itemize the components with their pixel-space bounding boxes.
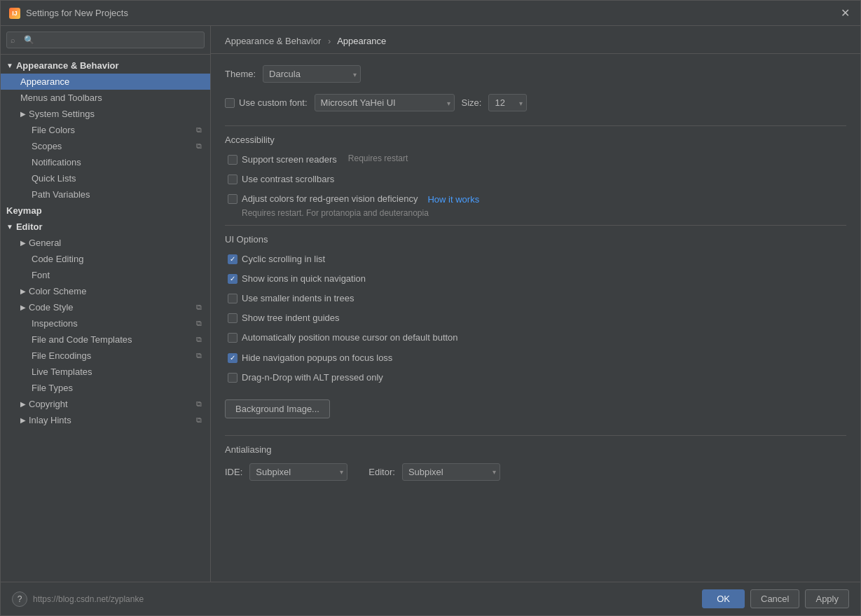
general-expand: ▶ — [20, 239, 26, 247]
how-it-works-link[interactable]: How it works — [427, 194, 479, 205]
menus-toolbars-label: Menus and Toolbars — [20, 93, 102, 103]
custom-font-checkbox-label[interactable]: Use custom font: — [225, 97, 308, 108]
sidebar-item-color-scheme[interactable]: ▶ Color Scheme — [1, 283, 210, 299]
drag-drop-label[interactable]: Drag-n-Drop with ALT pressed only — [228, 371, 383, 384]
sidebar-item-quick-lists[interactable]: Quick Lists — [1, 170, 210, 186]
drag-drop-checkbox[interactable] — [228, 373, 237, 383]
main-content: ⌕ ▼ Appearance & Behavior Appearance Men… — [1, 26, 860, 582]
keymap-label: Keymap — [6, 205, 42, 216]
sidebar-item-code-style[interactable]: ▶ Code Style ⧉ — [1, 299, 210, 315]
copyright-expand: ▶ — [20, 400, 26, 408]
font-select[interactable]: Microsoft YaHei UI Arial Consolas Segoe … — [315, 94, 455, 111]
notifications-label: Notifications — [32, 157, 81, 167]
search-input[interactable] — [6, 32, 205, 48]
file-colors-label: File Colors — [32, 125, 75, 135]
show-icons-text: Show icons in quick navigation — [242, 273, 366, 285]
breadcrumb-current: Appearance — [337, 36, 386, 46]
red-green-label[interactable]: Adjust colors for red-green vision defic… — [228, 193, 479, 205]
red-green-text: Adjust colors for red-green vision defic… — [242, 193, 418, 205]
sidebar: ⌕ ▼ Appearance & Behavior Appearance Men… — [1, 26, 211, 582]
sidebar-item-keymap[interactable]: Keymap — [1, 203, 210, 219]
copy-icon-file-encodings: ⧉ — [196, 351, 202, 360]
sidebar-item-general[interactable]: ▶ General — [1, 235, 210, 251]
sidebar-item-path-variables[interactable]: Path Variables — [1, 186, 210, 203]
size-select[interactable]: 10 11 12 13 14 16 — [488, 94, 527, 111]
sidebar-item-appearance-behavior[interactable]: ▼ Appearance & Behavior — [1, 57, 210, 74]
antialiasing-divider — [225, 435, 846, 436]
theme-select[interactable]: Darcula IntelliJ Light High Contrast — [263, 65, 361, 83]
sidebar-item-file-code-templates[interactable]: File and Code Templates ⧉ — [1, 331, 210, 348]
ok-button[interactable]: OK — [702, 589, 745, 608]
sidebar-item-scopes[interactable]: Scopes ⧉ — [1, 138, 210, 154]
screen-readers-label[interactable]: Support screen readers — [228, 153, 337, 166]
custom-font-checkbox[interactable] — [225, 98, 235, 108]
sidebar-item-code-editing[interactable]: Code Editing — [1, 251, 210, 267]
sidebar-item-appearance[interactable]: Appearance — [1, 74, 210, 90]
search-wrapper: ⌕ — [6, 32, 205, 48]
editor-antialias-select-wrapper: Subpixel Greyscale No antialiasing ▾ — [402, 463, 500, 481]
copy-icon-file-code-templates: ⧉ — [196, 335, 202, 344]
hide-nav-checkbox[interactable] — [228, 353, 237, 363]
auto-mouse-label[interactable]: Automatically position mouse cursor on d… — [228, 331, 458, 344]
url-tooltip: https://blog.csdn.net/zyplanke — [33, 594, 144, 604]
auto-mouse-text: Automatically position mouse cursor on d… — [242, 331, 458, 344]
red-green-checkbox[interactable] — [228, 194, 237, 204]
sidebar-item-menus-toolbars[interactable]: Menus and Toolbars — [1, 90, 210, 106]
editor-label: Editor: — [368, 467, 395, 477]
ui-options-title: UI Options — [225, 234, 846, 245]
show-icons-label[interactable]: Show icons in quick navigation — [228, 273, 366, 285]
accessibility-title: Accessibility — [225, 135, 846, 145]
sidebar-item-file-types[interactable]: File Types — [1, 380, 210, 396]
background-image-button[interactable]: Background Image... — [225, 399, 330, 418]
sidebar-item-copyright[interactable]: ▶ Copyright ⧉ — [1, 396, 210, 412]
dialog-title: Settings for New Projects — [26, 8, 128, 18]
appearance-label: Appearance — [20, 76, 69, 87]
ide-antialias-select[interactable]: Subpixel Greyscale No antialiasing — [249, 463, 347, 481]
cyclic-scrolling-row: Cyclic scrolling in list — [225, 253, 846, 266]
size-label: Size: — [462, 97, 482, 108]
editor-expand: ▼ — [6, 223, 13, 231]
hide-nav-text: Hide navigation popups on focus loss — [242, 352, 392, 364]
cancel-button[interactable]: Cancel — [750, 589, 799, 608]
footer-left: ? https://blog.csdn.net/zyplanke — [12, 591, 144, 607]
sidebar-item-file-encodings[interactable]: File Encodings ⧉ — [1, 348, 210, 364]
smaller-indents-checkbox[interactable] — [228, 294, 237, 303]
breadcrumb-parent: Appearance & Behavior — [225, 36, 321, 46]
tree-indent-checkbox[interactable] — [228, 313, 237, 323]
screen-readers-checkbox[interactable] — [228, 155, 237, 165]
ide-antialias-select-wrapper: Subpixel Greyscale No antialiasing ▾ — [249, 463, 347, 481]
title-bar-left: IJ Settings for New Projects — [9, 8, 128, 19]
antialiasing-title: Antialiasing — [225, 444, 846, 455]
live-templates-label: Live Templates — [32, 367, 92, 377]
sidebar-item-file-colors[interactable]: File Colors ⧉ — [1, 122, 210, 138]
apply-button[interactable]: Apply — [805, 589, 849, 608]
cyclic-scrolling-label[interactable]: Cyclic scrolling in list — [228, 253, 325, 266]
contrast-scrollbars-row: Use contrast scrollbars — [225, 173, 846, 186]
footer-right: OK Cancel Apply — [702, 589, 849, 608]
theme-row: Theme: Darcula IntelliJ Light High Contr… — [225, 65, 846, 83]
sidebar-item-system-settings[interactable]: ▶ System Settings — [1, 106, 210, 122]
cyclic-scrolling-checkbox[interactable] — [228, 254, 237, 264]
hide-nav-label[interactable]: Hide navigation popups on focus loss — [228, 352, 392, 364]
sidebar-tree: ▼ Appearance & Behavior Appearance Menus… — [1, 55, 210, 582]
copy-icon-inlay-hints: ⧉ — [196, 416, 202, 425]
close-button[interactable]: ✕ — [838, 6, 852, 20]
sidebar-item-inspections[interactable]: Inspections ⧉ — [1, 315, 210, 331]
contrast-scrollbars-checkbox[interactable] — [228, 174, 237, 184]
editor-antialias-select[interactable]: Subpixel Greyscale No antialiasing — [402, 463, 500, 481]
show-icons-checkbox[interactable] — [228, 274, 237, 284]
sidebar-item-font[interactable]: Font — [1, 267, 210, 283]
auto-mouse-checkbox[interactable] — [228, 333, 237, 343]
sidebar-item-live-templates[interactable]: Live Templates — [1, 364, 210, 380]
auto-mouse-row: Automatically position mouse cursor on d… — [225, 331, 846, 344]
contrast-scrollbars-text: Use contrast scrollbars — [242, 173, 334, 186]
smaller-indents-label[interactable]: Use smaller indents in trees — [228, 292, 354, 305]
sidebar-item-inlay-hints[interactable]: ▶ Inlay Hints ⧉ — [1, 412, 210, 428]
copy-icon-file-colors: ⧉ — [196, 125, 202, 135]
contrast-scrollbars-label[interactable]: Use contrast scrollbars — [228, 173, 334, 186]
help-button[interactable]: ? — [12, 591, 27, 607]
screen-readers-row: Support screen readers Requires restart — [225, 153, 846, 166]
sidebar-item-notifications[interactable]: Notifications — [1, 154, 210, 170]
sidebar-item-editor[interactable]: ▼ Editor — [1, 219, 210, 235]
tree-indent-label[interactable]: Show tree indent guides — [228, 312, 339, 324]
